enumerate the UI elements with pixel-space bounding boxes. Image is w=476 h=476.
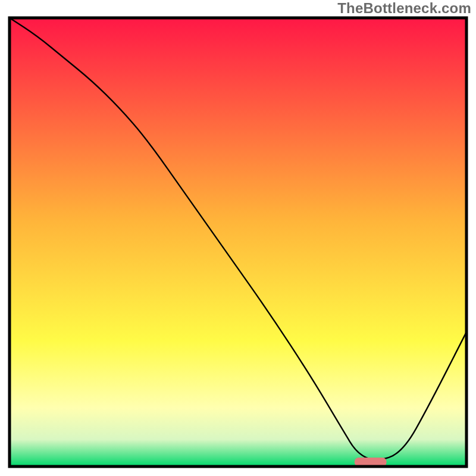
watermark-text: TheBottleneck.com [337,0,471,17]
bottleneck-chart: TheBottleneck.com [0,0,476,476]
plot-background [10,18,466,466]
chart-svg [0,0,476,476]
